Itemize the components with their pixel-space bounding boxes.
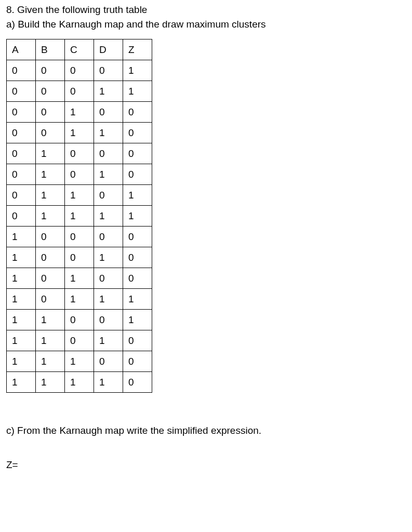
table-cell: 1 [36,330,65,351]
table-cell: 1 [7,310,36,330]
table-row: 00100 [7,102,152,123]
table-cell: 0 [123,123,152,143]
table-row: 01101 [7,185,152,206]
table-cell: 1 [36,185,65,206]
table-cell: 0 [36,81,65,102]
table-cell: 1 [65,372,94,393]
table-cell: 1 [94,289,123,310]
table-cell: 1 [123,310,152,330]
table-cell: 0 [123,351,152,372]
header-d: D [94,39,123,60]
table-cell: 1 [7,247,36,268]
table-row: 01111 [7,206,152,227]
table-header-row: A B C D Z [7,39,152,60]
table-cell: 1 [65,351,94,372]
table-cell: 1 [123,60,152,81]
table-cell: 1 [7,372,36,393]
question-part-a: a) Build the Karnaugh map and the draw m… [6,18,406,31]
table-cell: 0 [123,164,152,185]
table-row: 11110 [7,372,152,393]
table-row: 00110 [7,123,152,143]
table-cell: 0 [7,143,36,164]
table-cell: 1 [94,206,123,227]
table-cell: 0 [7,60,36,81]
table-cell: 1 [94,372,123,393]
table-cell: 1 [65,185,94,206]
table-cell: 0 [7,164,36,185]
question-number-line: 8. Given the following truth table [6,3,406,17]
table-cell: 1 [65,123,94,143]
table-cell: 0 [36,289,65,310]
table-cell: 0 [94,227,123,247]
table-cell: 0 [94,351,123,372]
table-cell: 1 [94,247,123,268]
table-cell: 0 [7,185,36,206]
table-cell: 0 [65,143,94,164]
header-c: C [65,39,94,60]
header-z: Z [123,39,152,60]
table-cell: 1 [123,206,152,227]
table-cell: 1 [36,164,65,185]
table-cell: 1 [7,227,36,247]
table-cell: 1 [94,123,123,143]
table-cell: 1 [65,268,94,289]
table-cell: 0 [123,372,152,393]
table-cell: 0 [7,123,36,143]
table-cell: 1 [7,289,36,310]
table-cell: 0 [7,102,36,123]
table-row: 01010 [7,164,152,185]
table-cell: 1 [123,289,152,310]
table-cell: 0 [94,60,123,81]
table-cell: 1 [36,351,65,372]
table-cell: 0 [65,60,94,81]
table-row: 10100 [7,268,152,289]
table-cell: 0 [65,81,94,102]
table-cell: 0 [65,227,94,247]
header-b: B [36,39,65,60]
table-cell: 0 [65,247,94,268]
table-row: 00011 [7,81,152,102]
table-cell: 0 [36,247,65,268]
header-a: A [7,39,36,60]
table-row: 00001 [7,60,152,81]
table-cell: 0 [7,81,36,102]
table-cell: 0 [65,330,94,351]
table-cell: 1 [36,372,65,393]
table-cell: 0 [94,102,123,123]
table-cell: 0 [123,143,152,164]
table-cell: 1 [65,206,94,227]
table-cell: 0 [94,268,123,289]
table-cell: 1 [36,206,65,227]
table-cell: 1 [65,102,94,123]
table-cell: 0 [65,164,94,185]
table-cell: 1 [123,81,152,102]
table-row: 10010 [7,247,152,268]
table-row: 10000 [7,227,152,247]
table-cell: 0 [123,247,152,268]
table-cell: 1 [94,164,123,185]
table-cell: 1 [94,330,123,351]
question-part-c: c) From the Karnaugh map write the simpl… [6,424,406,437]
table-row: 10111 [7,289,152,310]
table-cell: 0 [36,268,65,289]
table-cell: 0 [123,102,152,123]
table-cell: 1 [36,310,65,330]
table-cell: 0 [123,330,152,351]
truth-table: A B C D Z 000010001100100001100100001010… [6,39,152,393]
table-cell: 1 [94,81,123,102]
table-row: 11001 [7,310,152,330]
table-cell: 0 [123,268,152,289]
table-cell: 0 [36,227,65,247]
table-cell: 0 [65,310,94,330]
table-cell: 1 [7,351,36,372]
table-cell: 0 [94,310,123,330]
table-cell: 0 [36,102,65,123]
table-row: 11100 [7,351,152,372]
table-cell: 0 [36,123,65,143]
table-cell: 1 [36,143,65,164]
table-cell: 0 [123,227,152,247]
table-cell: 1 [65,289,94,310]
table-cell: 1 [7,330,36,351]
table-cell: 0 [94,185,123,206]
table-cell: 1 [7,268,36,289]
